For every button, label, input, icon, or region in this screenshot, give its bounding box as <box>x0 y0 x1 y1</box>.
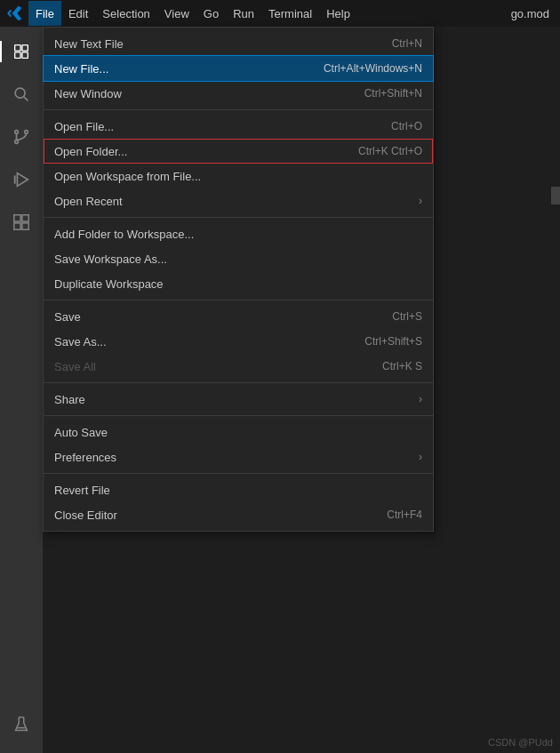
flask-activity-icon[interactable] <box>0 703 43 746</box>
menu-item-duplicate-workspace[interactable]: Duplicate Workspace <box>44 271 433 296</box>
svg-rect-0 <box>15 45 20 51</box>
svg-rect-1 <box>22 45 28 51</box>
menu-terminal[interactable]: Terminal <box>261 1 319 26</box>
menu-help[interactable]: Help <box>319 1 357 26</box>
explorer-activity-icon[interactable] <box>0 30 43 73</box>
file-dropdown-overlay: New Text File Ctrl+N New File... Ctrl+Al… <box>43 27 434 532</box>
scrollbar-track[interactable] <box>551 27 560 753</box>
menu-go[interactable]: Go <box>196 1 226 26</box>
menu-item-open-recent[interactable]: Open Recent › <box>44 188 433 213</box>
menu-run[interactable]: Run <box>226 1 261 26</box>
menu-section-preferences: Auto Save Preferences › <box>44 416 433 474</box>
menu-item-new-file[interactable]: New File... Ctrl+Alt+Windows+N <box>44 56 433 81</box>
file-dropdown-menu: New Text File Ctrl+N New File... Ctrl+Al… <box>43 27 434 532</box>
menu-section-save: Save Ctrl+S Save As... Ctrl+Shift+S Save… <box>44 300 433 383</box>
menu-item-new-window[interactable]: New Window Ctrl+Shift+N <box>44 81 433 106</box>
activity-bar <box>0 27 43 753</box>
menu-item-open-workspace[interactable]: Open Workspace from File... <box>44 164 433 188</box>
extensions-activity-icon[interactable] <box>0 201 43 244</box>
menu-edit[interactable]: Edit <box>61 1 95 26</box>
svg-rect-15 <box>22 223 28 229</box>
svg-point-6 <box>15 131 19 134</box>
menu-item-save-workspace[interactable]: Save Workspace As... <box>44 246 433 271</box>
svg-marker-10 <box>17 173 28 187</box>
menu-section-new: New Text File Ctrl+N New File... Ctrl+Al… <box>44 28 433 110</box>
menu-item-new-text-file[interactable]: New Text File Ctrl+N <box>44 31 433 56</box>
source-control-activity-icon[interactable] <box>0 116 43 158</box>
menu-item-open-folder[interactable]: Open Folder... Ctrl+K Ctrl+O <box>44 139 433 164</box>
svg-point-7 <box>25 131 28 134</box>
svg-point-4 <box>15 88 25 98</box>
svg-rect-12 <box>14 215 20 221</box>
menu-item-auto-save[interactable]: Auto Save <box>44 420 433 445</box>
menu-section-file-ops: Revert File Close Editor Ctrl+F4 <box>44 474 433 531</box>
svg-rect-14 <box>14 223 20 229</box>
menu-item-open-file[interactable]: Open File... Ctrl+O <box>44 114 433 139</box>
svg-line-5 <box>24 97 28 101</box>
menu-item-preferences[interactable]: Preferences › <box>44 445 433 469</box>
menubar: File Edit Selection View Go Run Terminal… <box>0 0 560 27</box>
main-layout: New Text File Ctrl+N New File... Ctrl+Al… <box>0 27 560 753</box>
watermark: CSDN @PUdd <box>488 737 553 748</box>
menu-item-save[interactable]: Save Ctrl+S <box>44 304 433 329</box>
menu-file[interactable]: File <box>28 1 61 26</box>
vscode-logo-icon <box>4 3 25 24</box>
menu-section-workspace: Add Folder to Workspace... Save Workspac… <box>44 218 433 300</box>
svg-rect-3 <box>22 52 28 58</box>
menu-item-save-as[interactable]: Save As... Ctrl+Shift+S <box>44 329 433 354</box>
menu-item-add-folder[interactable]: Add Folder to Workspace... <box>44 221 433 246</box>
svg-rect-2 <box>15 52 20 58</box>
menu-view[interactable]: View <box>157 1 196 26</box>
menu-item-share[interactable]: Share › <box>44 387 433 412</box>
menu-section-open: Open File... Ctrl+O Open Folder... Ctrl+… <box>44 110 433 218</box>
search-activity-icon[interactable] <box>0 73 43 116</box>
run-debug-activity-icon[interactable] <box>0 158 43 201</box>
scrollbar-thumb[interactable] <box>551 187 560 204</box>
menu-item-close-editor[interactable]: Close Editor Ctrl+F4 <box>44 502 433 527</box>
header-filename: go.mod <box>511 7 556 20</box>
menu-item-save-all: Save All Ctrl+K S <box>44 354 433 379</box>
svg-rect-13 <box>22 215 28 221</box>
menu-selection[interactable]: Selection <box>95 1 156 26</box>
menu-item-revert-file[interactable]: Revert File <box>44 477 433 502</box>
menu-section-share: Share › <box>44 383 433 416</box>
